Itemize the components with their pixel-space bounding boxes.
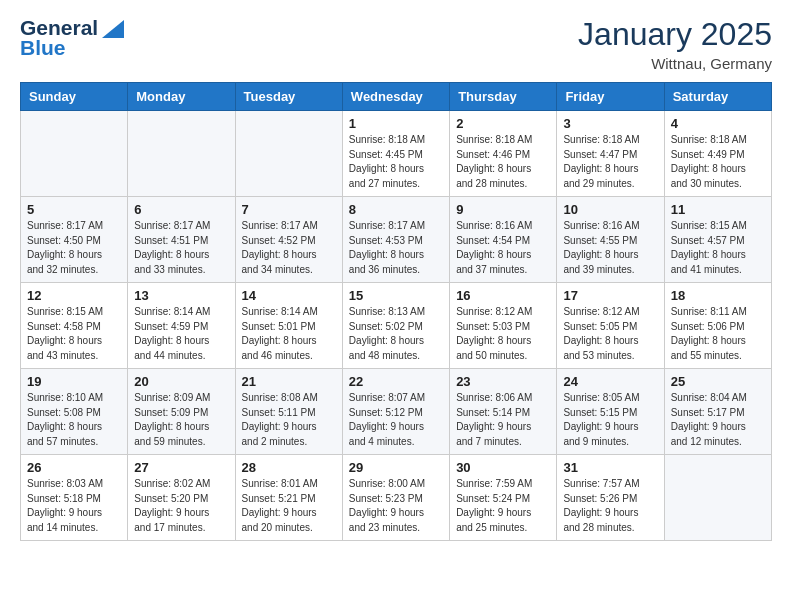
- day-number: 30: [456, 460, 550, 475]
- day-number: 10: [563, 202, 657, 217]
- day-info: Sunrise: 8:16 AM Sunset: 4:55 PM Dayligh…: [563, 219, 657, 277]
- header-thursday: Thursday: [450, 83, 557, 111]
- header: General Blue January 2025 Wittnau, Germa…: [20, 16, 772, 72]
- day-info: Sunrise: 8:14 AM Sunset: 4:59 PM Dayligh…: [134, 305, 228, 363]
- day-number: 9: [456, 202, 550, 217]
- day-number: 12: [27, 288, 121, 303]
- table-row: 10Sunrise: 8:16 AM Sunset: 4:55 PM Dayli…: [557, 197, 664, 283]
- table-row: 27Sunrise: 8:02 AM Sunset: 5:20 PM Dayli…: [128, 455, 235, 541]
- day-number: 14: [242, 288, 336, 303]
- table-row: 22Sunrise: 8:07 AM Sunset: 5:12 PM Dayli…: [342, 369, 449, 455]
- day-number: 11: [671, 202, 765, 217]
- table-row: 2Sunrise: 8:18 AM Sunset: 4:46 PM Daylig…: [450, 111, 557, 197]
- day-info: Sunrise: 8:12 AM Sunset: 5:03 PM Dayligh…: [456, 305, 550, 363]
- day-number: 20: [134, 374, 228, 389]
- day-number: 8: [349, 202, 443, 217]
- day-info: Sunrise: 8:18 AM Sunset: 4:46 PM Dayligh…: [456, 133, 550, 191]
- table-row: 23Sunrise: 8:06 AM Sunset: 5:14 PM Dayli…: [450, 369, 557, 455]
- calendar-week-row: 26Sunrise: 8:03 AM Sunset: 5:18 PM Dayli…: [21, 455, 772, 541]
- day-number: 1: [349, 116, 443, 131]
- day-number: 13: [134, 288, 228, 303]
- day-info: Sunrise: 8:18 AM Sunset: 4:47 PM Dayligh…: [563, 133, 657, 191]
- day-number: 4: [671, 116, 765, 131]
- day-number: 25: [671, 374, 765, 389]
- day-number: 26: [27, 460, 121, 475]
- svg-marker-0: [102, 20, 124, 38]
- logo: General Blue: [20, 16, 124, 59]
- table-row: [128, 111, 235, 197]
- day-number: 15: [349, 288, 443, 303]
- table-row: 16Sunrise: 8:12 AM Sunset: 5:03 PM Dayli…: [450, 283, 557, 369]
- day-info: Sunrise: 8:18 AM Sunset: 4:45 PM Dayligh…: [349, 133, 443, 191]
- day-number: 24: [563, 374, 657, 389]
- day-number: 2: [456, 116, 550, 131]
- table-row: 26Sunrise: 8:03 AM Sunset: 5:18 PM Dayli…: [21, 455, 128, 541]
- month-title: January 2025: [578, 16, 772, 53]
- day-info: Sunrise: 8:08 AM Sunset: 5:11 PM Dayligh…: [242, 391, 336, 449]
- calendar-week-row: 19Sunrise: 8:10 AM Sunset: 5:08 PM Dayli…: [21, 369, 772, 455]
- table-row: 25Sunrise: 8:04 AM Sunset: 5:17 PM Dayli…: [664, 369, 771, 455]
- logo-blue: Blue: [20, 36, 66, 59]
- day-info: Sunrise: 8:02 AM Sunset: 5:20 PM Dayligh…: [134, 477, 228, 535]
- table-row: 28Sunrise: 8:01 AM Sunset: 5:21 PM Dayli…: [235, 455, 342, 541]
- header-saturday: Saturday: [664, 83, 771, 111]
- title-block: January 2025 Wittnau, Germany: [578, 16, 772, 72]
- day-info: Sunrise: 8:04 AM Sunset: 5:17 PM Dayligh…: [671, 391, 765, 449]
- day-info: Sunrise: 8:12 AM Sunset: 5:05 PM Dayligh…: [563, 305, 657, 363]
- table-row: 12Sunrise: 8:15 AM Sunset: 4:58 PM Dayli…: [21, 283, 128, 369]
- calendar: Sunday Monday Tuesday Wednesday Thursday…: [20, 82, 772, 541]
- day-info: Sunrise: 8:06 AM Sunset: 5:14 PM Dayligh…: [456, 391, 550, 449]
- day-info: Sunrise: 8:16 AM Sunset: 4:54 PM Dayligh…: [456, 219, 550, 277]
- day-number: 18: [671, 288, 765, 303]
- table-row: 17Sunrise: 8:12 AM Sunset: 5:05 PM Dayli…: [557, 283, 664, 369]
- day-number: 23: [456, 374, 550, 389]
- calendar-header-row: Sunday Monday Tuesday Wednesday Thursday…: [21, 83, 772, 111]
- day-info: Sunrise: 8:17 AM Sunset: 4:53 PM Dayligh…: [349, 219, 443, 277]
- calendar-week-row: 5Sunrise: 8:17 AM Sunset: 4:50 PM Daylig…: [21, 197, 772, 283]
- day-number: 7: [242, 202, 336, 217]
- table-row: 8Sunrise: 8:17 AM Sunset: 4:53 PM Daylig…: [342, 197, 449, 283]
- table-row: 11Sunrise: 8:15 AM Sunset: 4:57 PM Dayli…: [664, 197, 771, 283]
- day-info: Sunrise: 8:05 AM Sunset: 5:15 PM Dayligh…: [563, 391, 657, 449]
- table-row: 5Sunrise: 8:17 AM Sunset: 4:50 PM Daylig…: [21, 197, 128, 283]
- table-row: 29Sunrise: 8:00 AM Sunset: 5:23 PM Dayli…: [342, 455, 449, 541]
- day-number: 17: [563, 288, 657, 303]
- day-info: Sunrise: 8:00 AM Sunset: 5:23 PM Dayligh…: [349, 477, 443, 535]
- table-row: [21, 111, 128, 197]
- table-row: 13Sunrise: 8:14 AM Sunset: 4:59 PM Dayli…: [128, 283, 235, 369]
- table-row: 1Sunrise: 8:18 AM Sunset: 4:45 PM Daylig…: [342, 111, 449, 197]
- day-number: 5: [27, 202, 121, 217]
- day-number: 22: [349, 374, 443, 389]
- day-info: Sunrise: 7:57 AM Sunset: 5:26 PM Dayligh…: [563, 477, 657, 535]
- table-row: 6Sunrise: 8:17 AM Sunset: 4:51 PM Daylig…: [128, 197, 235, 283]
- table-row: 18Sunrise: 8:11 AM Sunset: 5:06 PM Dayli…: [664, 283, 771, 369]
- day-info: Sunrise: 8:15 AM Sunset: 4:58 PM Dayligh…: [27, 305, 121, 363]
- day-number: 31: [563, 460, 657, 475]
- day-info: Sunrise: 8:03 AM Sunset: 5:18 PM Dayligh…: [27, 477, 121, 535]
- table-row: 19Sunrise: 8:10 AM Sunset: 5:08 PM Dayli…: [21, 369, 128, 455]
- day-info: Sunrise: 8:17 AM Sunset: 4:51 PM Dayligh…: [134, 219, 228, 277]
- day-info: Sunrise: 8:15 AM Sunset: 4:57 PM Dayligh…: [671, 219, 765, 277]
- table-row: 30Sunrise: 7:59 AM Sunset: 5:24 PM Dayli…: [450, 455, 557, 541]
- day-number: 16: [456, 288, 550, 303]
- table-row: 9Sunrise: 8:16 AM Sunset: 4:54 PM Daylig…: [450, 197, 557, 283]
- table-row: 4Sunrise: 8:18 AM Sunset: 4:49 PM Daylig…: [664, 111, 771, 197]
- day-info: Sunrise: 8:09 AM Sunset: 5:09 PM Dayligh…: [134, 391, 228, 449]
- logo-icon: [102, 20, 124, 38]
- day-number: 29: [349, 460, 443, 475]
- day-info: Sunrise: 8:10 AM Sunset: 5:08 PM Dayligh…: [27, 391, 121, 449]
- day-info: Sunrise: 8:18 AM Sunset: 4:49 PM Dayligh…: [671, 133, 765, 191]
- day-info: Sunrise: 8:11 AM Sunset: 5:06 PM Dayligh…: [671, 305, 765, 363]
- day-number: 3: [563, 116, 657, 131]
- header-sunday: Sunday: [21, 83, 128, 111]
- table-row: 3Sunrise: 8:18 AM Sunset: 4:47 PM Daylig…: [557, 111, 664, 197]
- day-info: Sunrise: 8:07 AM Sunset: 5:12 PM Dayligh…: [349, 391, 443, 449]
- table-row: 24Sunrise: 8:05 AM Sunset: 5:15 PM Dayli…: [557, 369, 664, 455]
- location-title: Wittnau, Germany: [578, 55, 772, 72]
- calendar-week-row: 12Sunrise: 8:15 AM Sunset: 4:58 PM Dayli…: [21, 283, 772, 369]
- header-tuesday: Tuesday: [235, 83, 342, 111]
- day-info: Sunrise: 8:14 AM Sunset: 5:01 PM Dayligh…: [242, 305, 336, 363]
- header-friday: Friday: [557, 83, 664, 111]
- day-number: 28: [242, 460, 336, 475]
- table-row: 20Sunrise: 8:09 AM Sunset: 5:09 PM Dayli…: [128, 369, 235, 455]
